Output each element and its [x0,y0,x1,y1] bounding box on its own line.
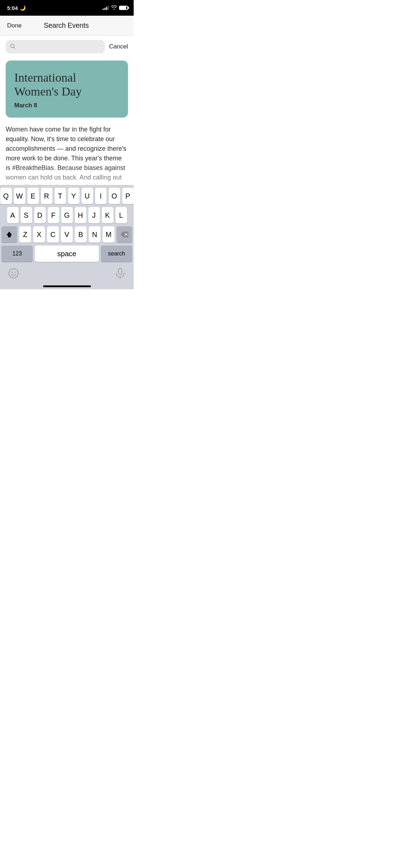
key-e[interactable]: E [27,188,39,204]
svg-point-6 [12,272,13,273]
cancel-button[interactable]: Cancel [109,43,128,50]
mic-button[interactable] [112,265,128,281]
search-input-wrapper[interactable] [6,40,105,53]
search-bar-container: Cancel [0,36,134,58]
svg-point-7 [15,272,16,273]
signal-icon [103,6,109,10]
key-g[interactable]: G [61,207,73,223]
keyboard-bottom-row [0,263,134,284]
key-o[interactable]: O [109,188,120,204]
nav-bar: Done Search Events [0,16,134,36]
home-bar [43,285,91,287]
home-indicator [0,284,134,289]
key-r[interactable]: R [41,188,52,204]
key-y[interactable]: Y [68,188,79,204]
search-key[interactable]: search [101,246,132,262]
delete-key[interactable] [117,226,132,243]
battery-icon [119,6,128,10]
key-j[interactable]: J [88,207,100,223]
key-n[interactable]: N [89,226,101,243]
emoji-button[interactable] [6,265,21,281]
key-m[interactable]: M [103,226,114,243]
search-input[interactable] [19,43,101,50]
key-b[interactable]: B [75,226,87,243]
event-title: International Women's Day [14,71,119,98]
num-key[interactable]: 123 [1,246,33,262]
done-button[interactable]: Done [7,22,22,29]
keyboard-row-2: A S D F G H J K L [1,207,132,223]
key-c[interactable]: C [47,226,59,243]
key-z[interactable]: Z [19,226,31,243]
keyboard: Q W E R T Y U I O P A S D F G H J K L [0,185,134,289]
key-w[interactable]: W [14,188,25,204]
svg-rect-8 [118,268,122,274]
space-key[interactable]: space [35,246,99,262]
wifi-icon [111,5,117,11]
key-p[interactable]: P [122,188,134,204]
svg-point-5 [9,269,18,278]
keyboard-row-4: 123 space search [1,246,132,262]
event-date: March 8 [14,102,119,109]
shift-key[interactable] [1,226,17,243]
key-s[interactable]: S [21,207,32,223]
status-time: 5:04 [7,5,18,11]
key-f[interactable]: F [48,207,59,223]
key-v[interactable]: V [61,226,73,243]
svg-line-1 [14,47,15,48]
event-card: International Women's Day March 8 [6,61,128,118]
key-x[interactable]: X [33,226,45,243]
key-t[interactable]: T [55,188,66,204]
key-i[interactable]: I [95,188,107,204]
key-a[interactable]: A [7,207,19,223]
svg-marker-2 [6,232,12,237]
key-l[interactable]: L [115,207,127,223]
event-card-header: International Women's Day March 8 [6,61,128,118]
page-title: Search Events [44,21,89,30]
key-d[interactable]: D [34,207,46,223]
search-icon [10,43,16,50]
key-k[interactable]: K [102,207,113,223]
key-q[interactable]: Q [0,188,12,204]
status-icons [103,5,128,11]
moon-icon: 🌙 [20,5,26,11]
keyboard-row-3: Z X C V B N M [1,226,132,243]
status-bar: 5:04 🌙 [0,0,134,16]
keyboard-row-1: Q W E R T Y U I O P [1,188,132,204]
key-u[interactable]: U [82,188,93,204]
key-h[interactable]: H [75,207,86,223]
